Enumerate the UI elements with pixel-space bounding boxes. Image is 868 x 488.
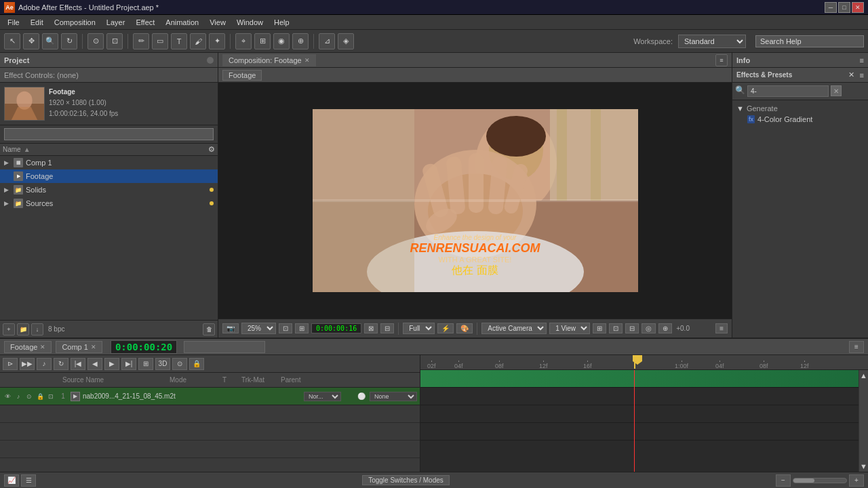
project-panel-close[interactable] <box>207 57 214 64</box>
effects-search-clear-button[interactable]: ✕ <box>831 85 842 96</box>
project-item-footage[interactable]: ▶ Footage <box>0 169 218 183</box>
menu-animation[interactable]: Animation <box>161 17 203 28</box>
menu-composition[interactable]: Composition <box>50 17 100 28</box>
layer-1-audio[interactable]: ♪ <box>14 392 23 401</box>
effects-panel-menu[interactable]: ≡ <box>860 71 864 79</box>
menu-help[interactable]: Help <box>269 17 294 28</box>
menu-view[interactable]: View <box>205 17 231 28</box>
hide-locked-button[interactable]: 🔒 <box>189 358 204 370</box>
menu-file[interactable]: File <box>3 17 24 28</box>
tl-properties[interactable]: ☰ <box>21 474 36 487</box>
layer-1-collapse[interactable]: ⊡ <box>46 392 56 401</box>
workspace-dropdown[interactable]: Standard <box>678 35 746 48</box>
tool-rotate[interactable]: ↻ <box>61 33 77 49</box>
view-layout-dropdown[interactable]: 1 View <box>549 323 590 334</box>
transparency-grid-button[interactable]: ⊟ <box>380 323 394 333</box>
track-scroll-down[interactable]: ▼ <box>859 421 868 472</box>
timeline-tab-comp1-close[interactable]: ✕ <box>91 344 96 350</box>
frame-fwd-button[interactable]: ▶ <box>104 358 119 370</box>
tool-camera-orbit[interactable]: ⊙ <box>87 33 104 49</box>
comp-tab-footage[interactable]: Composition: Footage ✕ <box>222 54 316 66</box>
pixel-aspect-button[interactable]: ⊞ <box>295 323 309 333</box>
viewer-menu[interactable]: ≡ <box>715 323 728 333</box>
tool-extra-6[interactable]: ◈ <box>338 33 354 49</box>
close-button[interactable]: ✕ <box>852 2 864 13</box>
info-panel-menu[interactable]: ≡ <box>860 56 864 64</box>
maximize-button[interactable]: □ <box>838 2 850 13</box>
tool-extra-5[interactable]: ⊿ <box>319 33 335 49</box>
view-options-3[interactable]: ⊟ <box>625 323 639 333</box>
region-of-interest-button[interactable]: ⊠ <box>364 323 378 333</box>
solo-button[interactable]: ⊙ <box>172 358 187 370</box>
project-item-sources[interactable]: ▶ 📁 Sources <box>0 197 218 210</box>
tl-zoom-in[interactable]: + <box>849 474 864 487</box>
trash-button[interactable]: 🗑 <box>203 323 215 336</box>
search-help-input[interactable] <box>755 35 864 47</box>
timeline-search-input[interactable] <box>184 341 265 353</box>
zoom-dropdown[interactable]: 25% <box>241 323 276 334</box>
track-layer-1[interactable] <box>420 370 868 388</box>
comp-panel-menu[interactable]: ≡ <box>715 54 728 66</box>
layer-1-mode-dropdown[interactable]: Nor... <box>304 392 341 401</box>
timeline-panel-menu[interactable]: ≡ <box>849 341 864 353</box>
menu-effect[interactable]: Effect <box>131 17 159 28</box>
play-button[interactable]: ⊳ <box>3 358 18 370</box>
layer-1-parent-dropdown[interactable]: None <box>370 392 417 401</box>
menu-window[interactable]: Window <box>232 17 268 28</box>
tool-zoom[interactable]: 🔍 <box>42 33 58 49</box>
live-update-button[interactable]: ⊞ <box>138 358 153 370</box>
new-folder-button[interactable]: 📁 <box>17 323 29 336</box>
view-options-1[interactable]: ⊞ <box>593 323 606 333</box>
draft-3d-button[interactable]: 3D <box>155 358 170 370</box>
footage-breadcrumb[interactable]: Footage <box>222 70 262 81</box>
tl-zoom-out[interactable]: − <box>776 474 791 487</box>
project-item-comp1[interactable]: ▶ ▦ Comp 1 <box>0 156 218 169</box>
ram-preview-button[interactable]: ▶▶ <box>20 358 35 370</box>
layer-1-solo[interactable]: ⊙ <box>24 392 34 401</box>
project-item-solids[interactable]: ▶ 📁 Solids <box>0 183 218 197</box>
view-options-2[interactable]: ⊡ <box>609 323 623 333</box>
quality-dropdown[interactable]: Full <box>403 323 435 334</box>
tool-pan-under[interactable]: ⊡ <box>106 33 123 49</box>
list-options[interactable]: ⚙ <box>208 145 215 154</box>
snapshot-button[interactable]: 📷 <box>222 323 239 333</box>
timeline-tab-comp1[interactable]: Comp 1 ✕ <box>56 341 102 353</box>
camera-dropdown[interactable]: Active Camera <box>481 323 547 334</box>
tool-extra-2[interactable]: ⊞ <box>254 33 271 49</box>
layer-1-eye[interactable]: 👁 <box>3 392 12 401</box>
tool-extra-4[interactable]: ⊕ <box>292 33 309 49</box>
view-options-5[interactable]: ⊕ <box>658 323 672 333</box>
menu-edit[interactable]: Edit <box>26 17 48 28</box>
timeline-timecode[interactable]: 0:00:00:20 <box>111 340 177 354</box>
timeline-ruler[interactable]: 02f 04f 08f 12f <box>420 355 868 370</box>
import-button[interactable]: ↓ <box>31 323 43 336</box>
tl-zoom-slider[interactable] <box>793 478 847 483</box>
toggle-switches-button[interactable]: Toggle Switches / Modes <box>362 475 450 485</box>
new-comp-button[interactable]: + <box>3 323 15 336</box>
tl-graph-editor[interactable]: 📈 <box>4 474 19 487</box>
effects-search-input[interactable] <box>747 85 829 97</box>
tool-extra-1[interactable]: ⌖ <box>235 33 252 49</box>
tool-arrow[interactable]: ↖ <box>4 33 20 49</box>
tool-puppet[interactable]: ✦ <box>209 33 225 49</box>
minimize-button[interactable]: ─ <box>825 2 837 13</box>
tool-pen[interactable]: ✏ <box>133 33 149 49</box>
loop-button[interactable]: ↻ <box>54 358 68 370</box>
comp-tab-close[interactable]: ✕ <box>304 57 310 64</box>
view-options-4[interactable]: ◎ <box>642 323 656 333</box>
color-info-button[interactable]: 🎨 <box>456 323 473 333</box>
effect-4color-gradient[interactable]: fx 4-Color Gradient <box>732 114 868 125</box>
fit-view-button[interactable]: ⊡ <box>279 323 292 333</box>
tool-paint[interactable]: 🖌 <box>190 33 206 49</box>
tool-move[interactable]: ✥ <box>23 33 39 49</box>
tool-rect[interactable]: ▭ <box>152 33 168 49</box>
name-sort-button[interactable]: Name <box>3 146 21 153</box>
track-scroll-up[interactable]: ▲ <box>859 370 868 421</box>
project-search-input[interactable] <box>4 128 214 140</box>
tool-extra-3[interactable]: ◉ <box>273 33 290 49</box>
frame-back-button[interactable]: ◀ <box>87 358 102 370</box>
menu-layer[interactable]: Layer <box>102 17 130 28</box>
timeline-tab-footage[interactable]: Footage ✕ <box>4 341 52 353</box>
play-audio-button[interactable]: ♪ <box>37 358 52 370</box>
timeline-tab-footage-close[interactable]: ✕ <box>40 344 45 350</box>
